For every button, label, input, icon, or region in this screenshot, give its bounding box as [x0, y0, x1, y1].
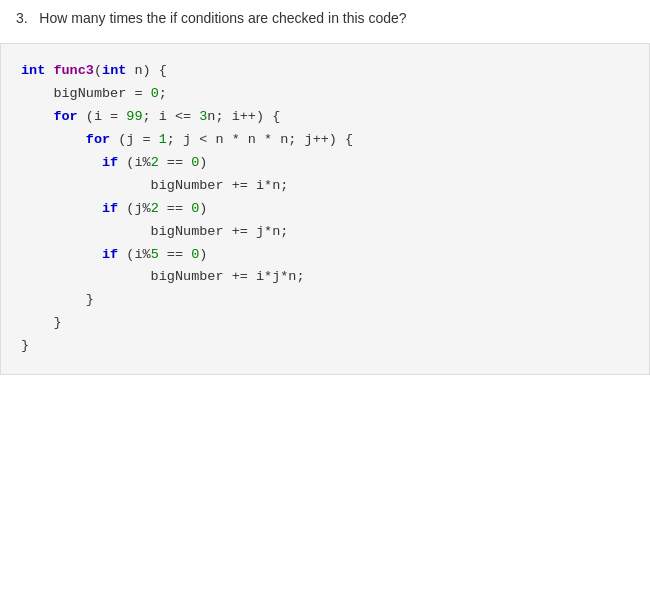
code-block: int func3(int n) { bigNumber = 0; for (i… [0, 43, 650, 375]
code-line-11: } [21, 289, 629, 312]
code-line-6: bigNumber += i*n; [21, 175, 629, 198]
code-line-10: bigNumber += i*j*n; [21, 266, 629, 289]
code-line-1: int func3(int n) { [21, 60, 629, 83]
question-number: 3. [16, 10, 28, 26]
question-text: 3. How many times the if conditions are … [0, 0, 650, 39]
code-line-8: bigNumber += j*n; [21, 221, 629, 244]
code-line-12: } [21, 312, 629, 335]
question-container: 3. How many times the if conditions are … [0, 0, 650, 375]
code-line-13: } [21, 335, 629, 358]
code-line-3: for (i = 99; i <= 3n; i++) { [21, 106, 629, 129]
code-line-9: if (i%5 == 0) [21, 244, 629, 267]
code-line-5: if (i%2 == 0) [21, 152, 629, 175]
code-line-7: if (j%2 == 0) [21, 198, 629, 221]
code-line-2: bigNumber = 0; [21, 83, 629, 106]
code-line-4: for (j = 1; j < n * n * n; j++) { [21, 129, 629, 152]
